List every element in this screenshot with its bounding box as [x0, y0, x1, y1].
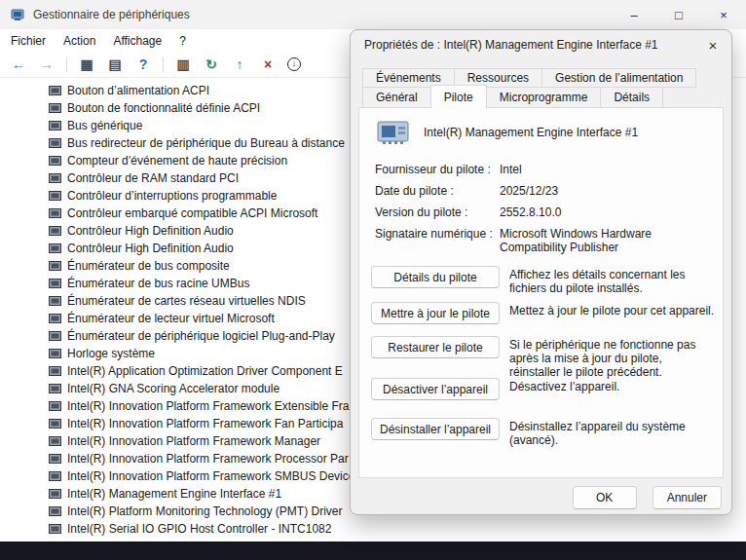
tree-item-label: Intel(R) Innovation Platform Framework F…: [67, 417, 343, 430]
help-icon[interactable]: ?: [134, 56, 152, 73]
device-chip-icon: [49, 366, 61, 376]
device-chip-icon: [49, 296, 61, 306]
dialog-close-icon[interactable]: ×: [698, 32, 727, 57]
tabs-row-2: GénéralPiloteMicroprogrammeDétails: [362, 87, 662, 108]
menu-action[interactable]: Action: [55, 29, 104, 52]
cancel-button[interactable]: Annuler: [653, 486, 722, 509]
tree-item-label: Énumérateur de lecteur virtuel Microsoft: [67, 312, 275, 325]
window-controls: – □ ×: [612, 0, 746, 29]
device-manager-icon: [10, 7, 25, 22]
device-chip-icon: [49, 121, 61, 131]
device-chip-icon: [49, 331, 61, 341]
driver-details-button[interactable]: Détails du pilote: [371, 266, 500, 288]
tree-item-label: Intel(R) Innovation Platform Framework S…: [67, 469, 354, 483]
tab-details[interactable]: Détails: [600, 87, 663, 108]
tab-general[interactable]: Général: [362, 87, 431, 108]
tree-item-label: Intel(R) Management Engine Interface #1: [67, 487, 281, 501]
device-chip-icon: [49, 156, 61, 166]
properties-icon[interactable]: ▤: [106, 56, 124, 73]
scan-hardware-changes-icon[interactable]: ↻: [203, 56, 220, 73]
close-button[interactable]: ×: [701, 0, 746, 29]
dialog-footer: OK Annuler: [573, 486, 722, 509]
update-driver-button[interactable]: Mettre à jour le pilote: [371, 302, 500, 324]
ok-button[interactable]: OK: [573, 486, 637, 509]
action-desc: Si le périphérique ne fonctionne pas apr…: [509, 336, 715, 379]
window-titlebar[interactable]: Gestionnaire de périphériques – □ ×: [0, 0, 746, 29]
action-desc: Désinstallez l’appareil du système (avan…: [509, 418, 715, 447]
action-row: Détails du piloteAffichez les détails co…: [371, 266, 715, 295]
properties-dialog: Propriétés de : Intel(R) Management Engi…: [350, 29, 732, 515]
tree-item-label: Contrôleur High Definition Audio: [67, 242, 234, 255]
tree-item-label: Énumérateur de cartes réseau virtuelles …: [67, 294, 306, 308]
uninstall-device-icon[interactable]: ×: [259, 56, 277, 73]
tree-item-label: Intel(R) Innovation Platform Framework E…: [67, 399, 349, 413]
menu-fichier[interactable]: Fichier: [2, 29, 55, 52]
device-chip-icon: [49, 173, 61, 183]
update-driver-icon[interactable]: ↑: [231, 56, 248, 73]
device-chip-icon: [49, 384, 61, 393]
device-chip-icon: [49, 279, 61, 288]
device-chip-icon: [49, 226, 61, 236]
tree-item-label: Intel(R) Application Optimization Driver…: [67, 364, 343, 378]
driver-actions: Détails du piloteAffichez les détails co…: [359, 108, 723, 477]
device-chip-icon: [49, 349, 61, 358]
screen: Gestionnaire de périphériques – □ × Fich…: [0, 0, 746, 560]
tree-item-label: Bouton d’alimentation ACPI: [67, 84, 209, 97]
tab-gestion-alimentation[interactable]: Gestion de l’alimentation: [541, 68, 696, 88]
device-chip-icon: [49, 419, 61, 429]
device-chip-icon: [49, 401, 61, 411]
uninstall-device-button[interactable]: Désinstaller l’appareil: [371, 418, 500, 440]
tabs-row-1: ÉvénementsRessourcesGestion de l’aliment…: [362, 68, 695, 88]
tree-item-label: Contrôleur de RAM standard PCI: [67, 171, 239, 185]
tree-item-label: Énumérateur de bus racine UMBus: [67, 277, 249, 290]
device-chip-icon: [49, 436, 61, 446]
tree-item-label: Horloge système: [67, 347, 155, 360]
window-title: Gestionnaire de périphériques: [33, 8, 190, 21]
device-chip-icon: [49, 243, 61, 253]
device-chip-icon: [49, 314, 61, 323]
device-chip-icon: [49, 208, 61, 218]
toolbar-separator: [66, 57, 67, 72]
menu-affichage[interactable]: Affichage: [104, 29, 170, 52]
device-chip-icon: [49, 138, 61, 148]
tree-item-label: Bouton de fonctionnalité définie ACPI: [67, 101, 260, 115]
device-chip-icon: [49, 506, 61, 516]
dialog-title: Propriétés de : Intel(R) Management Engi…: [351, 38, 658, 52]
tree-item-label: Intel(R) GNA Scoring Accelerator module: [67, 382, 280, 395]
tree-item[interactable]: Intel(R) Serial IO GPIO Host Controller …: [0, 520, 746, 538]
console-tree-icon[interactable]: ▦: [78, 56, 95, 73]
tree-item-label: Contrôleur d’interruptions programmable: [67, 189, 277, 203]
device-chip-icon: [49, 489, 61, 499]
device-chip-icon: [49, 471, 61, 481]
tree-item-label: Intel(R) Innovation Platform Framework P…: [67, 452, 349, 466]
tab-microprogramme[interactable]: Microprogramme: [486, 87, 602, 108]
action-desc: Affichez les détails concernant les fich…: [509, 266, 715, 295]
action-row: Mettre à jour le piloteMettez à jour le …: [371, 302, 715, 324]
dialog-titlebar[interactable]: Propriétés de : Intel(R) Management Engi…: [351, 30, 731, 59]
maximize-button[interactable]: □: [656, 0, 701, 29]
action-row: Restaurer le piloteSi le périphérique ne…: [371, 336, 715, 379]
tree-item-label: Bus redirecteur de périphérique du Burea…: [67, 136, 345, 150]
roll-back-driver-button[interactable]: Restaurer le pilote: [371, 336, 500, 358]
menu-aide[interactable]: ?: [170, 29, 195, 52]
device-chip-icon: [49, 86, 61, 95]
device-chip-icon: [49, 261, 61, 271]
devices-list-icon[interactable]: ▥: [174, 56, 192, 73]
device-chip-icon: [49, 454, 61, 464]
taskbar-strip: [0, 541, 746, 560]
disable-device-icon[interactable]: ↓: [287, 57, 301, 71]
tab-pilote[interactable]: Pilote: [430, 85, 487, 108]
device-chip-icon: [49, 103, 61, 113]
device-chip-icon: [49, 524, 61, 534]
action-row: Désactiver l’appareilDésactivez l’appare…: [371, 378, 715, 400]
tree-item-label: Énumérateur de bus composite: [67, 259, 230, 273]
forward-icon[interactable]: →: [38, 56, 56, 73]
minimize-button[interactable]: –: [612, 0, 656, 29]
tree-item-label: Compteur d’événement de haute précision: [67, 154, 287, 168]
tree-item-label: Bus générique: [67, 119, 142, 132]
tree-item-label: Intel(R) Platform Monitoring Technology …: [67, 504, 343, 518]
back-icon[interactable]: ←: [10, 56, 27, 73]
tree-item-label: Intel(R) Serial IO GPIO Host Controller …: [67, 522, 331, 536]
disable-device-button[interactable]: Désactiver l’appareil: [371, 378, 500, 400]
tree-item-label: Intel(R) Innovation Platform Framework M…: [67, 434, 320, 448]
